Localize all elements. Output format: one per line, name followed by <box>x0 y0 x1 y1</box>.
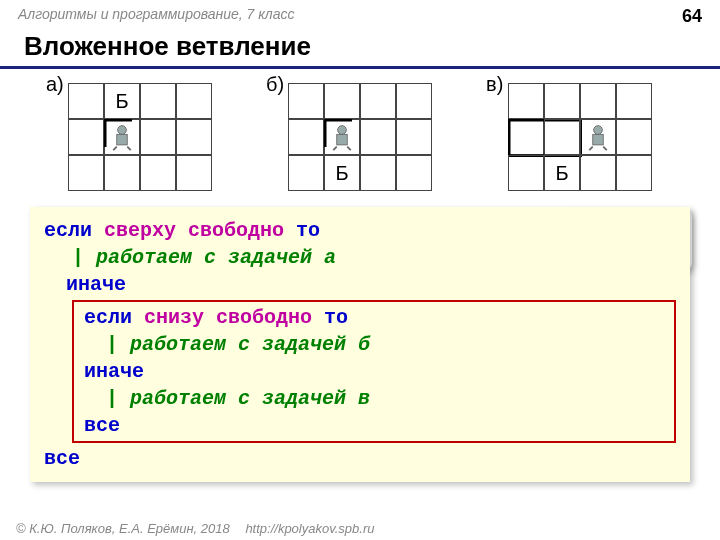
nested-code-block: если снизу свободно то | работаем с зада… <box>72 300 676 443</box>
slide-footer: © К.Ю. Поляков, Е.А. Ерёмин, 2018 http:/… <box>16 521 374 536</box>
grid-a: а) Б <box>68 77 212 191</box>
kw-then: то <box>296 219 320 242</box>
grid-c-cells: Б <box>508 83 652 191</box>
comment-task-a: | работаем с задачей а <box>44 244 336 271</box>
robot-icon <box>324 119 360 155</box>
grid-a-label: а) <box>46 73 64 96</box>
svg-point-5 <box>338 126 347 135</box>
cond-bottom-free: снизу свободно <box>144 306 324 329</box>
comment-task-b: | работаем с задачей б <box>84 331 370 358</box>
grid-b-b-cell: Б <box>324 155 360 191</box>
robot-icon <box>580 119 616 155</box>
code-area: вложенное ветвление! если сверху свободн… <box>30 207 690 482</box>
svg-rect-12 <box>593 134 604 145</box>
svg-line-3 <box>127 147 131 151</box>
kw-then-inner: то <box>324 306 348 329</box>
grid-c: в) Б <box>508 77 652 191</box>
code-block: если сверху свободно то | работаем с зад… <box>30 207 690 482</box>
grid-c-b-cell: Б <box>544 155 580 191</box>
robot-icon <box>104 119 140 155</box>
grid-a-cells: Б <box>68 83 212 191</box>
grid-b-cells: Б <box>288 83 432 191</box>
svg-rect-1 <box>117 134 128 145</box>
svg-line-13 <box>589 147 593 151</box>
grid-a-b-cell: Б <box>104 83 140 119</box>
cond-top-free: сверху свободно <box>104 219 296 242</box>
course-name: Алгоритмы и программирование, 7 класс <box>18 6 295 27</box>
slide-title: Вложенное ветвление <box>0 29 720 69</box>
kw-if-inner: если <box>84 306 144 329</box>
grid-b-label: б) <box>266 73 284 96</box>
copyright: © К.Ю. Поляков, Е.А. Ерёмин, 2018 <box>16 521 230 536</box>
slide-header: Алгоритмы и программирование, 7 класс 64 <box>0 0 720 29</box>
grid-c-label: в) <box>486 73 503 96</box>
grids-row: а) Б б) Б в) <box>0 77 720 191</box>
footer-url: http://kpolyakov.spb.ru <box>245 521 374 536</box>
svg-point-11 <box>594 126 603 135</box>
svg-line-8 <box>347 147 351 151</box>
svg-rect-6 <box>337 134 348 145</box>
kw-else-inner: иначе <box>84 360 144 383</box>
svg-line-14 <box>603 147 607 151</box>
comment-task-c: | работаем с задачей в <box>84 385 370 412</box>
svg-line-2 <box>113 147 117 151</box>
kw-else: иначе <box>44 271 126 298</box>
kw-end-inner: все <box>84 414 120 437</box>
kw-if: если <box>44 219 104 242</box>
page-number: 64 <box>682 6 702 27</box>
svg-line-7 <box>333 147 337 151</box>
svg-point-0 <box>118 126 127 135</box>
kw-end: все <box>44 447 80 470</box>
grid-b: б) Б <box>288 77 432 191</box>
